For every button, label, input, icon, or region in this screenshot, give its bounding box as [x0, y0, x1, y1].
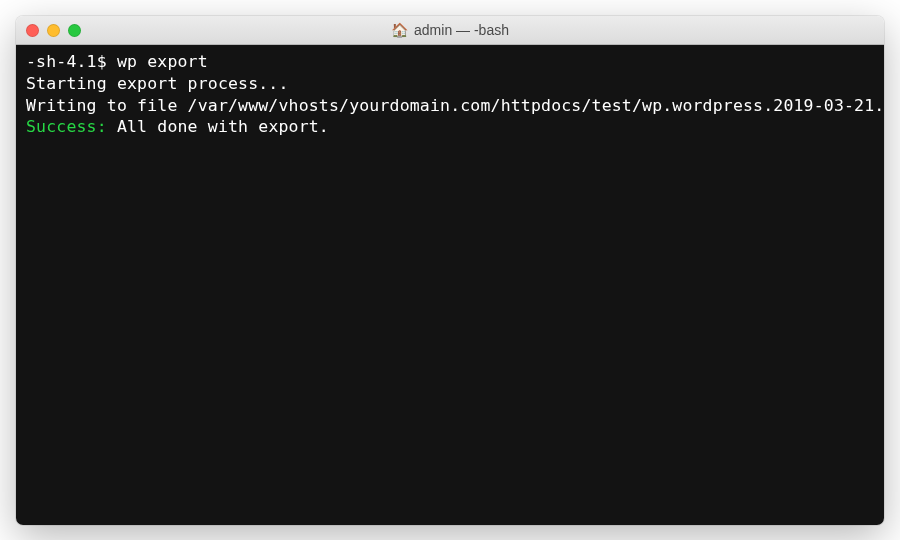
terminal-line-output: Starting export process...: [26, 73, 874, 95]
terminal-window: 🏠 admin — -bash -sh-4.1$ wp exportStarti…: [16, 16, 884, 525]
home-icon: 🏠: [391, 22, 408, 38]
terminal-line-success: Success: All done with export.: [26, 116, 874, 138]
terminal-line-output: Writing to file /var/www/vhosts/yourdoma…: [26, 95, 874, 117]
terminal-line-prompt: -sh-4.1$ wp export: [26, 51, 874, 73]
shell-prompt: -sh-4.1$: [26, 52, 117, 71]
close-button[interactable]: [26, 24, 39, 37]
success-text: All done with export.: [107, 117, 329, 136]
window-title-area: 🏠 admin — -bash: [16, 22, 884, 38]
window-title: admin — -bash: [414, 22, 509, 38]
shell-command: wp export: [117, 52, 208, 71]
minimize-button[interactable]: [47, 24, 60, 37]
success-label: Success:: [26, 117, 107, 136]
terminal-body[interactable]: -sh-4.1$ wp exportStarting export proces…: [16, 45, 884, 525]
titlebar[interactable]: 🏠 admin — -bash: [16, 16, 884, 45]
traffic-lights: [26, 24, 81, 37]
maximize-button[interactable]: [68, 24, 81, 37]
